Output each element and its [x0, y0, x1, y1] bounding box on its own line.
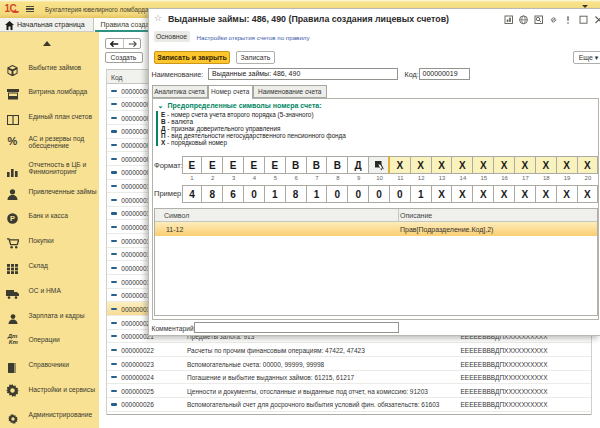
svg-text:Р: Р	[10, 214, 15, 223]
